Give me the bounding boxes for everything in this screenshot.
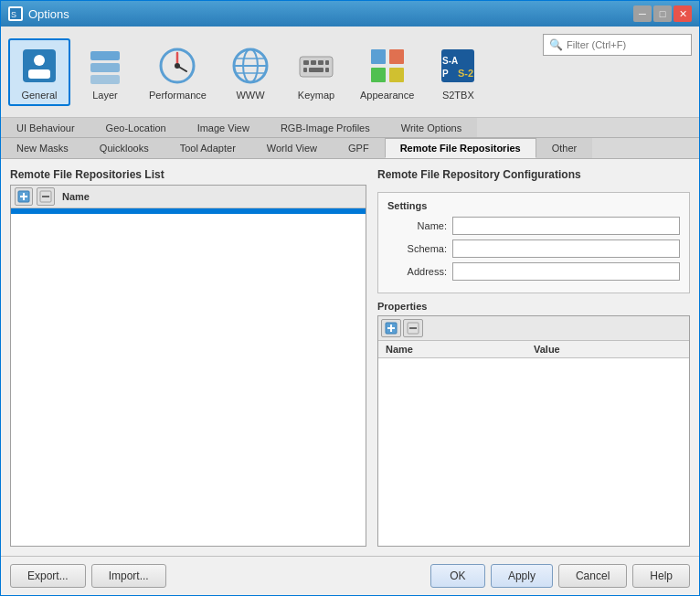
- props-remove-button[interactable]: [403, 319, 423, 337]
- settings-title: Settings: [387, 200, 680, 211]
- export-button[interactable]: Export...: [10, 564, 86, 588]
- appearance-icon: [366, 44, 409, 88]
- toolbar-item-s2tbx[interactable]: S-A P S-2 S2TBX: [427, 38, 489, 106]
- settings-section: Settings Name: Schema: Address:: [377, 192, 690, 293]
- props-header: Name Value: [378, 341, 689, 358]
- list-selected-row[interactable]: [11, 208, 366, 214]
- props-toolbar: [378, 316, 689, 341]
- search-input[interactable]: [567, 39, 685, 50]
- svg-text:S-2: S-2: [458, 68, 473, 79]
- svg-rect-24: [389, 49, 404, 64]
- svg-text:S: S: [11, 10, 16, 19]
- tab-new-masks[interactable]: New Masks: [1, 138, 84, 158]
- svg-rect-19: [325, 60, 329, 65]
- props-col-name: Name: [386, 344, 534, 355]
- list-remove-button[interactable]: [37, 187, 55, 206]
- list-header: Name: [11, 186, 366, 208]
- close-button[interactable]: ✕: [673, 5, 692, 22]
- toolbar-label-s2tbx: S2TBX: [442, 90, 474, 101]
- content-inner: Remote File Repositories List: [10, 168, 690, 547]
- toolbar-item-performance[interactable]: Performance: [140, 38, 216, 106]
- title-bar-left: S Options: [8, 6, 69, 21]
- svg-rect-25: [371, 68, 386, 82]
- apply-button[interactable]: Apply: [491, 564, 553, 588]
- svg-rect-18: [318, 60, 323, 65]
- properties-container: Name Value: [377, 315, 690, 547]
- svg-rect-6: [90, 63, 120, 72]
- svg-rect-26: [389, 68, 404, 82]
- general-icon: [17, 44, 61, 88]
- maximize-button[interactable]: □: [653, 5, 672, 22]
- field-input-address[interactable]: [452, 262, 680, 281]
- title-bar: S Options ─ □ ✕: [1, 1, 699, 27]
- svg-rect-15: [300, 57, 333, 77]
- left-panel: Remote File Repositories List: [10, 168, 366, 547]
- field-input-schema[interactable]: [452, 239, 680, 258]
- repository-list: Name: [10, 185, 366, 547]
- svg-rect-17: [311, 60, 316, 65]
- toolbar-label-appearance: Appearance: [360, 90, 414, 101]
- field-row-schema: Schema:: [387, 239, 680, 258]
- tab-remote-file-repositories[interactable]: Remote File Repositories: [385, 138, 536, 158]
- toolbar-item-keymap[interactable]: Keymap: [285, 38, 347, 106]
- search-box[interactable]: 🔍: [543, 34, 692, 56]
- tab-write-options[interactable]: Write Options: [386, 118, 477, 137]
- list-column-header: Name: [58, 189, 93, 204]
- svg-rect-20: [303, 68, 307, 72]
- ok-button[interactable]: OK: [430, 564, 485, 588]
- right-panel-title: Remote File Repository Configurations: [377, 168, 690, 181]
- toolbar-item-appearance[interactable]: Appearance: [351, 38, 423, 106]
- tab-rgb-image-profiles[interactable]: RGB-Image Profiles: [265, 118, 386, 137]
- options-window: S Options ─ □ ✕ General: [0, 0, 700, 596]
- svg-rect-4: [28, 69, 50, 79]
- bottom-bar: Export... Import... OK Apply Cancel Help: [1, 556, 699, 595]
- www-icon: [228, 44, 272, 88]
- svg-point-9: [175, 63, 180, 69]
- tab-quicklooks[interactable]: Quicklooks: [84, 138, 164, 158]
- field-label-schema: Schema:: [387, 243, 447, 254]
- props-body: [378, 358, 689, 546]
- app-icon: S: [8, 6, 23, 21]
- props-col-value: Value: [534, 344, 682, 355]
- minimize-button[interactable]: ─: [633, 5, 652, 22]
- cancel-button[interactable]: Cancel: [558, 564, 627, 588]
- tab-ui-behaviour[interactable]: UI Behaviour: [1, 118, 90, 137]
- svg-rect-7: [90, 75, 120, 84]
- tab-row-1: UI Behaviour Geo-Location Image View RGB…: [1, 118, 699, 138]
- toolbar-label-keymap: Keymap: [298, 90, 334, 101]
- toolbar-item-general[interactable]: General: [8, 38, 70, 106]
- tab-gpf[interactable]: GPF: [333, 138, 385, 158]
- bottom-right: OK Apply Cancel Help: [430, 564, 690, 588]
- tab-image-view[interactable]: Image View: [182, 118, 265, 137]
- import-button[interactable]: Import...: [91, 564, 166, 588]
- bottom-left: Export... Import...: [10, 564, 166, 588]
- svg-rect-21: [309, 68, 323, 72]
- field-input-name[interactable]: [452, 217, 680, 235]
- toolbar: General Layer: [1, 27, 699, 118]
- tab-tool-adapter[interactable]: Tool Adapter: [164, 138, 251, 158]
- toolbar-item-www[interactable]: WWW: [219, 38, 281, 106]
- tab-world-view[interactable]: World View: [251, 138, 333, 158]
- svg-rect-5: [90, 51, 120, 60]
- svg-rect-23: [371, 49, 386, 64]
- props-add-button[interactable]: [381, 319, 401, 337]
- list-add-button[interactable]: [15, 187, 33, 206]
- svg-rect-16: [303, 60, 309, 65]
- tab-geo-location[interactable]: Geo-Location: [90, 118, 182, 137]
- toolbar-items: General Layer: [8, 38, 489, 106]
- toolbar-label-general: General: [21, 90, 57, 101]
- properties-title: Properties: [377, 301, 690, 312]
- toolbar-item-layer[interactable]: Layer: [74, 38, 136, 106]
- field-label-address: Address:: [387, 266, 447, 277]
- field-label-name: Name:: [387, 220, 447, 231]
- tab-row-2: New Masks Quicklooks Tool Adapter World …: [1, 138, 699, 158]
- left-panel-title: Remote File Repositories List: [10, 168, 366, 181]
- svg-point-3: [34, 55, 45, 66]
- tab-other[interactable]: Other: [536, 138, 593, 158]
- toolbar-label-www: WWW: [236, 90, 264, 101]
- help-button[interactable]: Help: [632, 564, 690, 588]
- title-controls: ─ □ ✕: [633, 5, 692, 22]
- layer-icon: [83, 44, 127, 88]
- field-row-name: Name:: [387, 217, 680, 235]
- svg-text:S-A: S-A: [442, 56, 458, 66]
